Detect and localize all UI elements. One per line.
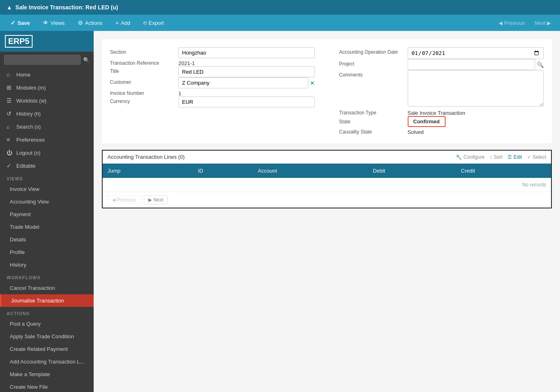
sidebar-item-profile[interactable]: Profile (0, 246, 94, 258)
editable-icon: ✓ (7, 162, 13, 169)
next-button[interactable]: ▶ Next (144, 195, 168, 204)
sidebar-item-create-related-payment[interactable]: Create Related Payment (0, 343, 94, 355)
sidebar-item-invoice-view[interactable]: Invoice View (0, 183, 94, 195)
title-row: Title (110, 66, 315, 77)
comments-row: Comments (339, 70, 544, 108)
sidebar-item-apply-sale-trade[interactable]: Apply Sale Trade Condition (0, 330, 94, 343)
sidebar-item-worklists[interactable]: ☰ Worklists (w) (0, 94, 94, 107)
invoice-number-label: Invoice Number (110, 88, 175, 96)
section-select[interactable]: Hongzhao (178, 47, 315, 58)
sort-action[interactable]: ↕ Sort (490, 154, 503, 160)
sidebar-item-preferences[interactable]: ≡ Preferences (0, 133, 94, 146)
currency-select[interactable]: EUR (178, 96, 315, 107)
project-search-button[interactable]: 🔍 (537, 61, 544, 68)
select-action[interactable]: ✓ Select (527, 154, 546, 160)
export-button[interactable]: ⎋ Export (138, 17, 170, 28)
history-icon: ↺ (7, 110, 13, 117)
project-input[interactable] (408, 59, 536, 70)
no-records-row: No records (103, 178, 551, 192)
configure-icon: 🔧 (456, 154, 462, 160)
search-icon[interactable]: 🔍 (83, 57, 90, 63)
previous-nav[interactable]: ◀ Previous (494, 20, 529, 26)
causality-state-label: Causality State (339, 127, 404, 135)
sidebar-item-post-query[interactable]: Post a Query (0, 318, 94, 330)
state-value: Confirmed (408, 116, 446, 127)
currency-label: Currency (110, 96, 175, 104)
views-button[interactable]: 👁 Views (37, 17, 70, 28)
sidebar: ERP5 🔍 ⌂ Home ⊞ Modules (m) ☰ Worklists … (0, 31, 94, 392)
configure-action[interactable]: 🔧 Configure (456, 154, 485, 160)
sidebar-item-accounting-view[interactable]: Accounting View (0, 195, 94, 208)
form-section: Section Hongzhao Transaction Reference 2… (102, 39, 552, 143)
no-records-cell: No records (103, 178, 551, 192)
title-input[interactable] (178, 66, 315, 77)
sidebar-item-journalise-transaction[interactable]: Journalise Transaction (0, 294, 94, 307)
comments-label: Comments (339, 70, 404, 78)
sidebar-item-editable[interactable]: ✓ Editable (0, 159, 94, 172)
transaction-reference-row: Transaction Reference 2021-1 (110, 58, 315, 66)
search-input[interactable] (4, 55, 81, 65)
sidebar-item-history-view[interactable]: History (0, 258, 94, 271)
transaction-type-label: Transaction Type (339, 108, 404, 116)
sidebar-item-home[interactable]: ⌂ Home (0, 68, 94, 81)
customer-input[interactable] (178, 77, 308, 88)
sidebar-search-container: 🔍 (0, 52, 94, 68)
sidebar-item-add-accounting[interactable]: Add Accounting Transaction L... (0, 355, 94, 368)
invoice-number-row: Invoice Number 1 (110, 88, 315, 96)
sidebar-item-make-template[interactable]: Make a Template (0, 368, 94, 381)
transaction-lines-section: Accounting Transaction Lines (0) 🔧 Confi… (102, 150, 552, 208)
worklists-icon: ☰ (7, 97, 13, 104)
accounting-date-row: Accounting Operation Date (339, 47, 544, 59)
next-nav[interactable]: Next ▶ (531, 20, 555, 26)
sort-icon: ↕ (490, 154, 492, 160)
actions-icon: ⚙ (78, 20, 83, 26)
col-debit: Debit (368, 164, 456, 178)
form-left: Section Hongzhao Transaction Reference 2… (110, 47, 315, 135)
project-row: Project 🔍 (339, 59, 544, 70)
col-jump: Jump (103, 164, 193, 178)
sidebar-logo: ERP5 (0, 31, 94, 52)
transaction-reference-label: Transaction Reference (110, 58, 175, 66)
save-button[interactable]: ✓ Save (5, 17, 35, 28)
currency-control: EUR (178, 96, 315, 107)
col-credit: Credit (456, 164, 551, 178)
previous-button[interactable]: ◀ Previous (108, 195, 141, 204)
edit-icon: ☰ (507, 154, 512, 160)
sidebar-item-details[interactable]: Details (0, 233, 94, 246)
comments-textarea[interactable] (408, 70, 544, 107)
pagination: ◀ Previous ▶ Next (108, 195, 168, 204)
comments-control (408, 70, 544, 108)
customer-clear-button[interactable]: ✕ (310, 80, 315, 86)
title-control (178, 66, 315, 77)
actions-section-label: ACTIONS (0, 307, 94, 318)
sidebar-item-cancel-transaction[interactable]: Cancel Transaction (0, 282, 94, 294)
causality-state-value: Solved (408, 127, 424, 135)
sidebar-item-create-new-file[interactable]: Create New File (0, 381, 94, 392)
save-icon: ✓ (11, 20, 15, 26)
transaction-lines-title: Accounting Transaction Lines (0) (108, 154, 184, 160)
accounting-date-input[interactable] (408, 47, 544, 59)
title-label: Title (110, 66, 175, 74)
sidebar-item-trade-model[interactable]: Trade Model (0, 221, 94, 233)
sidebar-item-payment[interactable]: Payment (0, 208, 94, 221)
add-button[interactable]: + Add (110, 17, 136, 28)
state-row: State Confirmed (339, 116, 544, 127)
customer-label: Customer (110, 77, 175, 85)
currency-row: Currency EUR (110, 96, 315, 107)
export-icon: ⎋ (143, 20, 147, 26)
transaction-lines-actions: 🔧 Configure ↕ Sort ☰ Edit ✓ Select (456, 154, 546, 160)
sidebar-item-history[interactable]: ↺ History (h) (0, 107, 94, 120)
workflows-section-label: WORKFLOWS (0, 271, 94, 282)
transaction-lines-table: Jump ID Account Debit Credit No records (103, 164, 551, 192)
views-section-label: VIEWS (0, 172, 94, 183)
sidebar-item-logout[interactable]: ⏻ Logout (o) (0, 146, 94, 159)
table-header-row: Jump ID Account Debit Credit (103, 164, 551, 178)
accounting-date-label: Accounting Operation Date (339, 47, 404, 55)
sidebar-item-modules[interactable]: ⊞ Modules (m) (0, 81, 94, 94)
actions-button[interactable]: ⚙ Actions (72, 17, 108, 28)
sidebar-item-search[interactable]: ⌕ Search (s) (0, 120, 94, 133)
views-icon: 👁 (43, 20, 48, 26)
section-control: Hongzhao (178, 47, 315, 58)
edit-action[interactable]: ☰ Edit (507, 154, 522, 160)
add-icon: + (115, 20, 119, 26)
